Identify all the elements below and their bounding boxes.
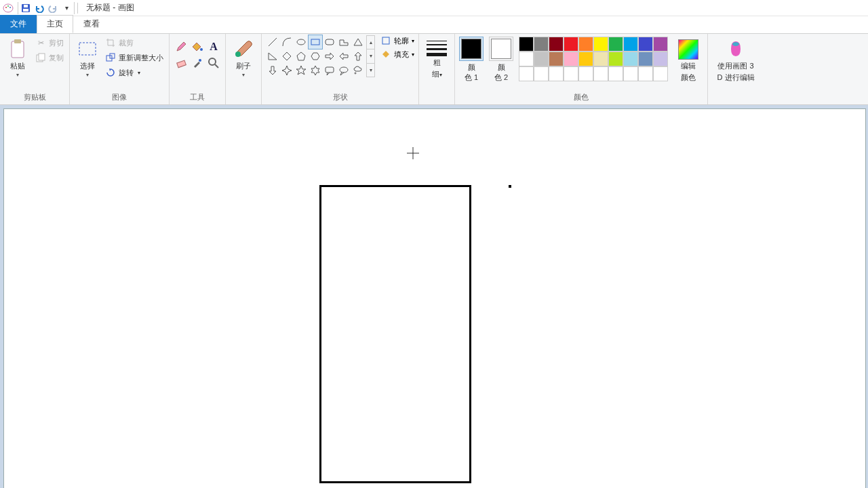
color-swatch[interactable] — [519, 52, 534, 66]
svg-point-0 — [3, 4, 13, 12]
size-button[interactable]: 粗 细▾ — [423, 35, 450, 79]
hexagon-shape[interactable] — [309, 49, 322, 63]
polygon-shape[interactable] — [337, 35, 351, 49]
canvas[interactable] — [4, 109, 865, 488]
color-swatch[interactable] — [623, 66, 638, 81]
line-shape[interactable] — [266, 35, 279, 49]
color-swatch[interactable] — [608, 66, 623, 81]
star6-shape[interactable] — [309, 64, 322, 77]
select-button[interactable]: 选择 ▾ — [74, 35, 101, 78]
color-swatch[interactable] — [653, 37, 668, 52]
color-swatch[interactable] — [638, 37, 653, 52]
svg-point-25 — [340, 67, 348, 73]
color-swatch[interactable] — [519, 66, 534, 81]
shape-outline-button[interactable]: 轮廓▾ — [380, 35, 414, 46]
brushes-button[interactable]: 刷子 ▾ — [230, 35, 257, 78]
color-swatch[interactable] — [534, 52, 549, 66]
color-swatch[interactable] — [608, 37, 623, 52]
color-swatch[interactable] — [653, 66, 668, 81]
color-swatch[interactable] — [638, 66, 653, 81]
shapes-gallery[interactable] — [266, 35, 365, 77]
color-swatch[interactable] — [578, 37, 593, 52]
save-icon[interactable] — [20, 2, 32, 14]
color-swatch[interactable] — [578, 66, 593, 81]
arrow-down-shape[interactable] — [266, 64, 279, 77]
diamond-shape[interactable] — [280, 49, 294, 63]
color-swatch[interactable] — [623, 37, 638, 52]
color-swatch[interactable] — [608, 52, 623, 66]
color-swatch[interactable] — [564, 52, 578, 66]
pentagon-shape[interactable] — [294, 49, 308, 63]
crop-button[interactable]: 裁剪 — [104, 35, 165, 50]
pencil-tool[interactable] — [174, 39, 189, 54]
eraser-tool[interactable] — [174, 56, 189, 70]
select-icon — [77, 38, 98, 60]
shape-fill-button[interactable]: 填充▾ — [380, 49, 414, 60]
color1-button[interactable] — [459, 37, 484, 61]
rounded-rect-shape[interactable] — [323, 35, 336, 49]
fill-icon — [380, 49, 391, 60]
curve-shape[interactable] — [280, 35, 294, 49]
redo-icon[interactable] — [47, 2, 59, 14]
callout-rect-shape[interactable] — [323, 64, 336, 77]
group-brushes: 刷子 ▾ — [226, 34, 262, 104]
group-shapes: ▴▾▾ 轮廓▾ 填充▾ 形状 — [262, 34, 419, 104]
star4-shape[interactable] — [280, 64, 294, 77]
color-swatch[interactable] — [623, 52, 638, 66]
shapes-scroll[interactable]: ▴▾▾ — [366, 35, 375, 77]
rectangle-shape[interactable] — [309, 35, 322, 49]
color-swatch[interactable] — [534, 66, 549, 81]
color-swatch[interactable] — [593, 37, 608, 52]
callout-oval-shape[interactable] — [337, 64, 351, 77]
text-tool[interactable]: A — [206, 39, 221, 54]
color-swatch[interactable] — [578, 52, 593, 66]
triangle-shape[interactable] — [351, 35, 365, 49]
rotate-button[interactable]: 旋转▾ — [104, 65, 165, 80]
tab-view[interactable]: 查看 — [73, 15, 110, 33]
color-swatch[interactable] — [549, 37, 564, 52]
color2-button[interactable] — [489, 37, 513, 61]
fill-tool[interactable] — [190, 39, 205, 54]
star5-shape[interactable] — [294, 64, 308, 77]
right-triangle-shape[interactable] — [266, 49, 279, 63]
arrow-right-shape[interactable] — [323, 49, 336, 63]
color-swatch[interactable] — [549, 66, 564, 81]
qat-customize-icon[interactable]: ▾ — [60, 2, 73, 14]
canvas-background — [0, 105, 868, 488]
scissors-icon: ✂ — [35, 37, 46, 48]
undo-icon[interactable] — [33, 2, 45, 14]
callout-cloud-shape[interactable] — [351, 64, 365, 77]
magnifier-tool[interactable] — [206, 56, 221, 70]
edit-colors-button[interactable]: 编辑 颜色 — [673, 37, 703, 83]
color-swatch[interactable] — [638, 52, 653, 66]
crop-icon — [105, 37, 116, 48]
arrow-left-shape[interactable] — [337, 49, 351, 63]
oval-shape[interactable] — [294, 35, 308, 49]
copy-button[interactable]: 复制 — [34, 50, 65, 65]
color-swatch[interactable] — [593, 52, 608, 66]
color-picker-tool[interactable] — [190, 56, 205, 70]
svg-point-1 — [5, 7, 7, 8]
color-swatch[interactable] — [564, 66, 578, 81]
svg-point-17 — [209, 58, 216, 65]
drawn-rectangle — [319, 185, 471, 483]
tab-file[interactable]: 文件 — [0, 15, 37, 33]
color-swatch[interactable] — [534, 37, 549, 52]
paste-button[interactable]: 粘贴 ▾ — [4, 35, 31, 78]
svg-point-3 — [9, 7, 11, 8]
paint3d-button[interactable]: 使用画图 3 D 进行编辑 — [712, 35, 760, 83]
svg-line-18 — [215, 64, 218, 68]
group-label-clipboard: 剪贴板 — [4, 92, 65, 104]
color-swatch[interactable] — [519, 37, 534, 52]
color-swatch[interactable] — [549, 52, 564, 66]
arrow-up-shape[interactable] — [351, 49, 365, 63]
cut-button[interactable]: ✂剪切 — [34, 35, 65, 50]
brush-icon — [233, 38, 254, 60]
group-tools: A 工具 — [170, 34, 226, 104]
resize-button[interactable]: 重新调整大小 — [104, 50, 165, 65]
color-swatch[interactable] — [593, 66, 608, 81]
color-palette[interactable] — [519, 37, 668, 81]
color-swatch[interactable] — [653, 52, 668, 66]
tab-home[interactable]: 主页 — [37, 15, 73, 33]
color-swatch[interactable] — [564, 37, 578, 52]
